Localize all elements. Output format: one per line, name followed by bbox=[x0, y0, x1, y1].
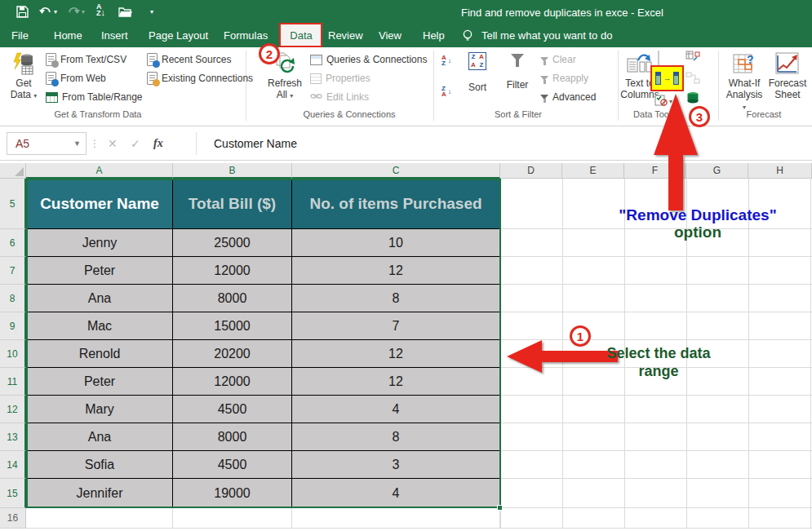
table-row-cell[interactable]: 12 bbox=[292, 257, 500, 285]
row-header-14[interactable]: 14 bbox=[0, 451, 26, 479]
redo-icon[interactable] bbox=[67, 6, 80, 21]
column-header-f[interactable]: F bbox=[624, 163, 686, 179]
row-header-7[interactable]: 7 bbox=[0, 257, 26, 285]
row-header-11[interactable]: 11 bbox=[0, 368, 26, 396]
table-row-cell[interactable]: 8000 bbox=[173, 285, 292, 312]
qat-customize-caret-icon[interactable]: ▾ bbox=[150, 8, 153, 15]
table-row-cell[interactable]: 12000 bbox=[173, 368, 292, 396]
column-header-a[interactable]: A bbox=[26, 163, 173, 179]
table-row-cell[interactable]: 12 bbox=[292, 340, 500, 368]
table-row-cell[interactable]: 12 bbox=[292, 368, 500, 396]
table-row-cell[interactable]: 19000 bbox=[173, 479, 292, 508]
empty-cells[interactable] bbox=[500, 396, 812, 423]
what-if-analysis-button[interactable]: ? What-If Analysis ▾ bbox=[725, 50, 764, 113]
tell-me-box[interactable]: Tell me what you want to do bbox=[481, 24, 612, 47]
queries-connections-button[interactable]: Queries & Connections bbox=[310, 51, 427, 68]
table-row-cell[interactable]: 15000 bbox=[173, 312, 292, 340]
open-folder-icon[interactable] bbox=[118, 6, 133, 20]
forecast-sheet-button[interactable]: Forecast Sheet bbox=[767, 50, 808, 100]
from-web-button[interactable]: From Web bbox=[46, 70, 106, 86]
empty-cells[interactable] bbox=[500, 257, 812, 285]
edit-links-button[interactable]: Edit Links bbox=[310, 89, 369, 105]
tab-view[interactable]: View bbox=[379, 24, 402, 47]
row-header-10[interactable]: 10 bbox=[0, 340, 26, 368]
save-icon[interactable] bbox=[16, 6, 29, 21]
remove-duplicates-button[interactable]: → bbox=[650, 65, 684, 91]
table-row-cell[interactable]: 4 bbox=[292, 479, 500, 508]
table-row-cell[interactable]: Mary bbox=[26, 396, 173, 423]
empty-cells[interactable] bbox=[500, 423, 812, 451]
row-header-6[interactable]: 6 bbox=[0, 229, 26, 257]
column-header-g[interactable]: G bbox=[686, 163, 748, 179]
sort-az-icon[interactable]: AZ↓ bbox=[96, 4, 105, 16]
table-row-cell[interactable]: 3 bbox=[292, 451, 500, 479]
tab-file[interactable]: File bbox=[11, 24, 29, 47]
table-row-cell[interactable]: 10 bbox=[292, 229, 500, 257]
column-header-h[interactable]: H bbox=[748, 163, 812, 179]
table-row-cell[interactable]: 8000 bbox=[173, 423, 292, 451]
table-row-cell[interactable]: Peter bbox=[26, 368, 173, 396]
table-row-cell[interactable]: Ana bbox=[26, 423, 173, 451]
row-header-16[interactable]: 16 bbox=[0, 508, 26, 529]
row-header-15[interactable]: 15 bbox=[0, 479, 26, 508]
column-header-d[interactable]: D bbox=[500, 163, 562, 179]
empty-cell[interactable] bbox=[292, 508, 500, 529]
table-row-cell[interactable]: 8 bbox=[292, 285, 500, 312]
insert-function-icon[interactable]: fx bbox=[153, 132, 163, 155]
table-row-cell[interactable]: 4500 bbox=[173, 451, 292, 479]
from-text-csv-button[interactable]: From Text/CSV bbox=[46, 51, 126, 68]
filter-button[interactable]: Filter bbox=[499, 54, 535, 91]
recent-sources-button[interactable]: Recent Sources bbox=[147, 51, 231, 68]
name-box-caret-icon[interactable]: ▼ bbox=[73, 133, 81, 154]
formula-input[interactable]: Customer Name bbox=[214, 132, 297, 155]
table-row-cell[interactable]: Jennifer bbox=[26, 479, 173, 508]
cancel-icon[interactable]: ✕ bbox=[108, 132, 118, 155]
empty-cells[interactable] bbox=[500, 451, 812, 479]
select-all-corner[interactable] bbox=[0, 163, 26, 179]
empty-cells[interactable] bbox=[500, 285, 812, 312]
column-header-e[interactable]: E bbox=[562, 163, 624, 179]
relationships-icon[interactable] bbox=[686, 72, 700, 87]
row-header-13[interactable]: 13 bbox=[0, 423, 26, 451]
tab-help[interactable]: Help bbox=[423, 24, 445, 47]
undo-icon[interactable] bbox=[39, 6, 52, 21]
cell-c5[interactable]: No. of items Purchased bbox=[292, 179, 500, 229]
sort-descending-button[interactable]: ZA ↓ bbox=[441, 83, 451, 100]
properties-button[interactable]: Properties bbox=[310, 70, 371, 86]
table-row-cell[interactable]: Sofia bbox=[26, 451, 173, 479]
tab-formulas[interactable]: Formulas bbox=[224, 24, 268, 47]
cell-a5-active[interactable]: Customer Name bbox=[26, 179, 173, 229]
row-header-9[interactable]: 9 bbox=[0, 312, 26, 340]
table-row-cell[interactable]: 8 bbox=[292, 423, 500, 451]
table-row-cell[interactable]: Ana bbox=[26, 285, 173, 312]
empty-cells[interactable] bbox=[500, 312, 812, 340]
table-row-cell[interactable]: 20200 bbox=[173, 340, 292, 368]
get-data-button[interactable]: Get Data ▾ bbox=[5, 50, 42, 102]
table-row-cell[interactable]: 4500 bbox=[173, 396, 292, 423]
tab-page-layout[interactable]: Page Layout bbox=[149, 24, 208, 47]
row-header-12[interactable]: 12 bbox=[0, 396, 26, 423]
table-row-cell[interactable]: 25000 bbox=[173, 229, 292, 257]
data-validation-button[interactable]: ▾ bbox=[654, 93, 672, 109]
enter-icon[interactable]: ✓ bbox=[131, 132, 140, 155]
table-row-cell[interactable]: Peter bbox=[26, 257, 173, 285]
consolidate-icon[interactable] bbox=[686, 51, 700, 66]
tab-insert[interactable]: Insert bbox=[101, 24, 128, 47]
table-row-cell[interactable]: Mac bbox=[26, 312, 173, 340]
table-row-cell[interactable]: Renold bbox=[26, 340, 173, 368]
empty-cells[interactable] bbox=[500, 479, 812, 508]
redo-caret-icon[interactable]: ▾ bbox=[82, 8, 85, 15]
empty-cell[interactable] bbox=[26, 508, 173, 529]
cell-b5[interactable]: Total Bill ($) bbox=[173, 179, 292, 229]
name-box[interactable]: A5 ▼ bbox=[7, 132, 87, 155]
existing-connections-button[interactable]: Existing Connections bbox=[147, 70, 253, 86]
from-table-range-button[interactable]: From Table/Range bbox=[46, 89, 143, 105]
table-row-cell[interactable]: 12000 bbox=[173, 257, 292, 285]
advanced-filter-button[interactable]: Advanced bbox=[540, 89, 596, 105]
row-header-5[interactable]: 5 bbox=[0, 179, 26, 229]
undo-caret-icon[interactable]: ▾ bbox=[54, 8, 57, 15]
table-row-cell[interactable]: Jenny bbox=[26, 229, 173, 257]
clear-filter-button[interactable]: Clear bbox=[540, 51, 576, 68]
sort-ascending-button[interactable]: AZ ↓ bbox=[441, 52, 451, 69]
sort-button[interactable]: ZA AZ Sort bbox=[459, 52, 495, 93]
